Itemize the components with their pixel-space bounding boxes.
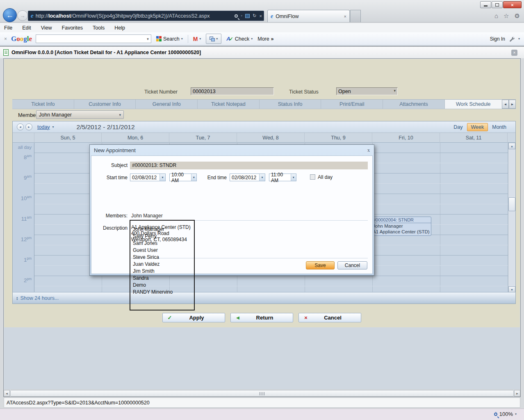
stop-icon[interactable]: × <box>260 14 262 18</box>
search-icon[interactable] <box>235 14 238 18</box>
ticket-status-select[interactable]: Open▾ <box>336 87 398 95</box>
hour-label-12pm: 12pm <box>21 236 32 242</box>
forward-button[interactable]: → <box>17 10 28 21</box>
end-time-select[interactable]: 11:00 AM▾ <box>269 173 296 181</box>
calendar-toolbar: ◄ ► today ▾ 2/5/2012 - 2/11/2012 Day Wee… <box>13 121 515 132</box>
new-tab-button[interactable] <box>350 10 361 22</box>
scrollbar-thumb[interactable] <box>508 197 515 211</box>
minimize-button[interactable] <box>480 1 491 8</box>
close-window-button[interactable]: × <box>503 1 522 8</box>
list-item[interactable]: Sam Jones <box>133 240 194 247</box>
scroll-up-icon[interactable]: ▲ <box>508 143 515 149</box>
tab-scroll-right-icon[interactable]: ► <box>509 100 516 109</box>
horizontal-scrollbar-thumb[interactable] <box>10 390 514 397</box>
menu-favorites[interactable]: Favorites <box>62 25 83 31</box>
list-item[interactable]: RANDY Minervino <box>133 289 194 296</box>
settings-gear-icon[interactable]: ⚙ <box>515 12 520 20</box>
tools-caret-icon[interactable]: ▾ <box>518 37 520 41</box>
end-date-select[interactable]: 02/08/2012▾ <box>230 173 265 181</box>
day-header-row: Sun, 5 Mon, 6 Tue, 7 Wed, 8 Thu, 9 Fri, … <box>13 132 516 143</box>
day-header-sat: Sat, 11 <box>440 133 508 143</box>
list-item[interactable]: Guest User <box>133 247 194 254</box>
menu-tools[interactable]: Tools <box>93 25 105 31</box>
all-day-checkbox[interactable] <box>310 174 315 180</box>
tab-general-info[interactable]: General Info <box>136 100 198 109</box>
list-item[interactable]: Sally Perry <box>133 233 194 240</box>
save-button[interactable]: Save <box>306 261 335 269</box>
view-week-button[interactable]: Week <box>467 123 488 131</box>
view-month-button[interactable]: Month <box>492 124 506 130</box>
screen: × ← → e http://localhost/OmniFlow/(S(po4… <box>0 0 524 420</box>
return-button[interactable]: ◄ Return <box>230 313 293 322</box>
menu-view[interactable]: View <box>41 25 52 31</box>
gmail-caret-icon[interactable]: ▾ <box>199 37 201 41</box>
home-icon[interactable]: ⌂ <box>494 12 498 20</box>
horizontal-scrollbar[interactable]: ◄ ► <box>4 389 520 397</box>
scroll-left-icon[interactable]: ◄ <box>4 390 10 397</box>
show-24-hours-bar[interactable]: ▴▾ Show 24 hours... <box>13 292 516 304</box>
member-options-listbox[interactable]: John Manager Sally Perry Sam Jones Guest… <box>130 220 195 310</box>
wrench-icon[interactable] <box>509 36 515 42</box>
dialog-close-icon[interactable]: x <box>367 147 370 153</box>
tab-ticket-info[interactable]: Ticket Info <box>12 100 74 109</box>
appointment-card[interactable]: #00002004: STNDR John Manager A1 Applian… <box>371 217 431 236</box>
google-search-input[interactable]: ▾ <box>36 34 151 43</box>
next-week-button[interactable]: ► <box>25 123 32 130</box>
tab-work-schedule[interactable]: Work Schedule <box>445 100 502 109</box>
app-close-icon[interactable]: × <box>511 50 517 56</box>
list-item[interactable]: Demo <box>133 282 194 289</box>
list-item[interactable]: Jim Smith <box>133 268 194 275</box>
dialog-cancel-button[interactable]: Cancel <box>337 261 367 269</box>
zoom-caret-icon[interactable]: ▾ <box>515 412 517 416</box>
tab-status-info[interactable]: Status Info <box>260 100 321 109</box>
search-caret-icon[interactable]: ▾ <box>241 14 242 18</box>
previous-week-button[interactable]: ◄ <box>17 123 24 130</box>
address-bar[interactable]: e http://localhost/OmniFlow/(S(po4g3hitp… <box>28 11 264 21</box>
tab-close-icon[interactable]: × <box>344 14 346 19</box>
day-header-wed: Wed, 8 <box>237 133 305 143</box>
dialog-title-bar[interactable]: New Appointment x <box>90 145 374 155</box>
back-button[interactable]: ← <box>3 8 17 22</box>
cancel-button[interactable]: × Cancel <box>298 313 361 322</box>
spellcheck-button[interactable]: A✓ Check▾ <box>226 36 253 42</box>
subject-field[interactable]: #00002013: STNDR <box>130 162 368 169</box>
apply-button[interactable]: ✓ Apply <box>162 313 225 322</box>
list-item[interactable]: John Manager <box>133 226 194 233</box>
gmail-button[interactable]: M ▾ <box>193 36 201 42</box>
maximize-button[interactable] <box>492 1 503 8</box>
menu-file[interactable]: File <box>4 25 12 31</box>
list-item[interactable]: Juan Valdez <box>133 261 194 268</box>
ticket-number-field[interactable]: 00002013 <box>191 87 274 95</box>
toolbar-close-icon[interactable]: × <box>4 36 7 42</box>
google-search-button[interactable]: Search▾ <box>156 36 183 42</box>
scroll-right-icon[interactable]: ► <box>514 390 520 397</box>
tab-print-email[interactable]: Print/Email <box>321 100 383 109</box>
today-link[interactable]: today <box>37 124 50 130</box>
favorites-star-icon[interactable]: ☆ <box>503 12 509 20</box>
search-history-caret-icon[interactable]: ▾ <box>145 35 151 43</box>
view-day-button[interactable]: Day <box>453 124 462 130</box>
tab-scroll-left-icon[interactable]: ◄ <box>502 100 509 109</box>
calendar-vertical-scrollbar[interactable]: ▲ ▼ <box>508 143 515 293</box>
list-item[interactable]: Steve Sirica <box>133 254 194 261</box>
check-caret-icon[interactable]: ▾ <box>251 37 253 41</box>
menu-edit[interactable]: Edit <box>22 25 31 31</box>
share-button[interactable]: ▾ <box>206 34 221 44</box>
refresh-icon[interactable]: ↻ <box>253 13 256 18</box>
browser-tab[interactable]: e OmniFlow × <box>267 10 350 22</box>
more-button[interactable]: More» <box>257 36 273 42</box>
member-select[interactable]: John Manager▾ <box>36 110 124 119</box>
today-caret-icon[interactable]: ▾ <box>52 125 54 129</box>
share-icon <box>210 37 215 41</box>
list-item[interactable]: Sandra <box>133 275 194 282</box>
sign-in-link[interactable]: Sign In <box>490 36 505 42</box>
compatibility-view-icon[interactable] <box>245 14 250 18</box>
start-date-select[interactable]: 02/08/2012▾ <box>130 173 166 181</box>
tab-attachments[interactable]: Attachments <box>383 100 445 109</box>
zoom-control[interactable]: + 100% ▾ <box>494 411 517 417</box>
search-options-caret-icon[interactable]: ▾ <box>181 37 183 41</box>
chevron-down-icon: ▾ <box>394 89 396 95</box>
tab-ticket-notepad[interactable]: Ticket Notepad <box>198 100 260 109</box>
menu-help[interactable]: Help <box>114 25 125 31</box>
tab-customer-info[interactable]: Customer Info <box>74 100 136 109</box>
